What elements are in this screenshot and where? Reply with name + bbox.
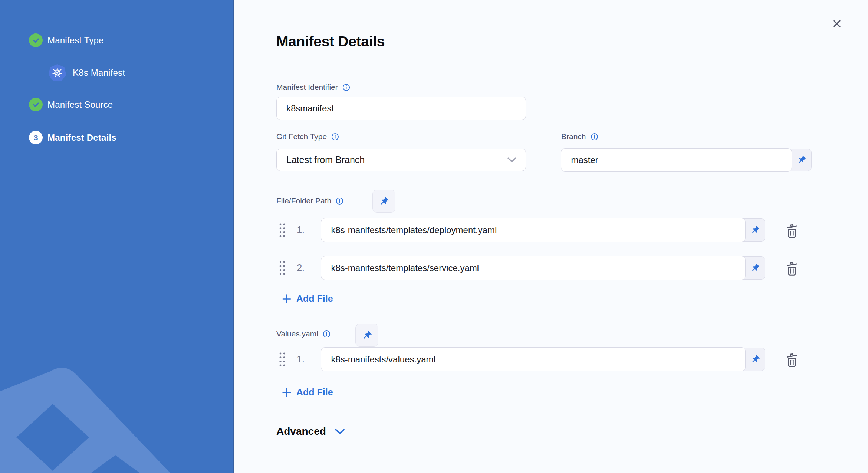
file-path-input[interactable] — [321, 256, 746, 280]
add-values-file-button[interactable]: Add File — [282, 387, 333, 398]
drag-handle-icon[interactable] — [279, 222, 286, 238]
selected-manifest-type-label: K8s Manifest — [73, 68, 125, 78]
step-label: Manifest Details — [47, 133, 116, 143]
info-icon[interactable] — [335, 197, 344, 205]
values-yaml-label: Values.yaml — [276, 329, 318, 338]
trash-icon — [784, 260, 800, 276]
drag-handle-icon[interactable] — [279, 352, 286, 367]
file-path-input-group — [321, 256, 765, 280]
manifest-wizard-dialog: Manifest Type — [0, 0, 868, 473]
values-path-input[interactable] — [321, 347, 746, 371]
sidebar-step-manifest-type[interactable]: Manifest Type — [29, 33, 104, 47]
info-icon[interactable] — [331, 133, 339, 141]
info-icon[interactable] — [322, 330, 331, 338]
plus-icon — [282, 294, 292, 304]
sidebar-step-k8s-manifest[interactable]: K8s Manifest — [49, 64, 125, 81]
chevron-down-icon — [334, 428, 345, 435]
harness-logo-watermark — [0, 349, 234, 473]
delete-row-button[interactable] — [783, 221, 801, 239]
manifest-identifier-label: Manifest Identifier — [276, 83, 338, 92]
git-fetch-type-label: Git Fetch Type — [276, 132, 327, 141]
pin-icon — [795, 153, 809, 167]
step-complete-icon — [29, 98, 43, 111]
sidebar-step-manifest-details[interactable]: 3 Manifest Details — [29, 131, 116, 144]
add-file-label: Add File — [296, 293, 333, 304]
kubernetes-icon — [49, 64, 66, 81]
step-label: Manifest Type — [47, 35, 104, 46]
git-fetch-type-select[interactable]: Latest from Branch — [276, 149, 526, 171]
pin-icon — [749, 223, 762, 237]
file-path-row: 2. — [276, 256, 818, 280]
values-path-input-group — [321, 348, 765, 371]
close-icon — [831, 18, 843, 30]
sidebar-step-manifest-source[interactable]: Manifest Source — [29, 98, 113, 111]
git-fetch-type-value: Latest from Branch — [286, 154, 365, 165]
branch-input-group — [561, 149, 812, 171]
pin-input-button[interactable] — [746, 219, 765, 241]
pin-icon — [749, 261, 762, 275]
pin-icon — [360, 328, 374, 342]
row-index: 2. — [286, 262, 305, 273]
advanced-label: Advanced — [276, 425, 326, 437]
file-path-input-group — [321, 218, 765, 242]
row-index: 1. — [286, 354, 305, 365]
trash-icon — [784, 222, 800, 238]
add-file-button[interactable]: Add File — [282, 293, 333, 304]
branch-input[interactable] — [561, 148, 792, 171]
pin-all-file-paths-button[interactable] — [372, 190, 395, 213]
step-complete-icon — [29, 33, 43, 47]
pin-icon — [749, 352, 762, 366]
info-icon[interactable] — [342, 83, 351, 92]
file-folder-path-label: File/Folder Path — [276, 196, 331, 205]
delete-row-button[interactable] — [783, 350, 801, 368]
manifest-details-panel: Manifest Details Manifest Identifier Git… — [234, 0, 868, 473]
info-icon[interactable] — [590, 133, 599, 141]
pin-input-button[interactable] — [746, 257, 765, 279]
drag-handle-icon[interactable] — [279, 260, 286, 276]
chevron-down-icon — [506, 157, 517, 163]
delete-row-button[interactable] — [783, 259, 801, 277]
pin-input-button[interactable] — [746, 348, 765, 371]
page-title: Manifest Details — [276, 33, 385, 50]
close-button[interactable] — [827, 14, 846, 33]
plus-icon — [282, 388, 292, 397]
pin-icon — [377, 194, 391, 208]
file-path-input[interactable] — [321, 218, 746, 242]
values-path-row: 1. — [276, 348, 818, 371]
step-label: Manifest Source — [47, 100, 113, 110]
pin-input-button[interactable] — [792, 149, 811, 171]
wizard-sidebar: Manifest Type — [0, 0, 234, 473]
advanced-section-toggle[interactable]: Advanced — [276, 425, 345, 437]
manifest-identifier-input[interactable] — [276, 97, 526, 120]
add-file-label: Add File — [296, 387, 333, 398]
pin-all-values-paths-button[interactable] — [355, 324, 378, 347]
step-number-badge: 3 — [29, 131, 43, 144]
branch-label: Branch — [561, 132, 586, 141]
file-path-row: 1. — [276, 218, 818, 242]
trash-icon — [784, 351, 800, 368]
row-index: 1. — [286, 225, 305, 235]
